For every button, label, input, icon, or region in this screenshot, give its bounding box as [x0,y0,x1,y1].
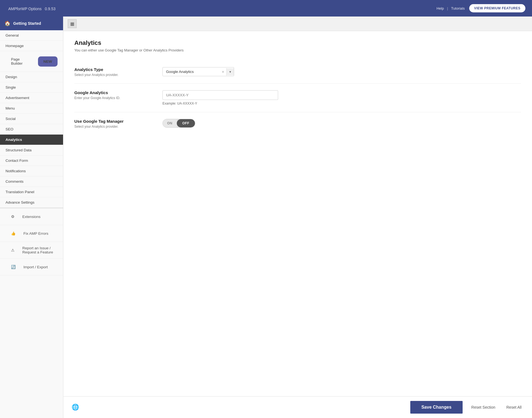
main-toolbar: ▦ [63,17,532,31]
sidebar-link-notifications[interactable]: Notifications [0,166,63,176]
sidebar-link-general[interactable]: General [0,30,63,40]
help-link[interactable]: Help [436,6,444,10]
sidebar-item-import-export[interactable]: 🔄 Import / Export [0,259,63,275]
gtm-label: Use Google Tag Manager [74,119,151,124]
footer-left: 🌐 [72,404,79,411]
sidebar-item-homepage[interactable]: Homepage [0,41,63,51]
sidebar-item-fix-amp-errors[interactable]: 👍 Fix AMP Errors [0,225,63,242]
toggle-on-label[interactable]: ON [163,119,177,127]
sidebar-link-menu[interactable]: Menu [0,103,63,113]
sidebar-link-design[interactable]: Design [0,72,63,82]
reset-all-button[interactable]: Reset All [504,404,524,411]
sidebar-getting-started[interactable]: 🏠 Getting Started [0,17,63,30]
tutorials-link[interactable]: Tutorials [451,6,465,10]
google-tag-manager-row: Use Google Tag Manager Select your Analy… [74,112,521,135]
sidebar-item-seo[interactable]: SEO [0,124,63,135]
sidebar-item-notifications[interactable]: Notifications [0,166,63,176]
header-right: Help | Tutorials VIEW PREMIUM FEATURES [436,4,525,12]
save-changes-button[interactable]: Save Changes [410,401,462,414]
select-value: Google Analytics [163,67,220,76]
reset-section-button[interactable]: Reset Section [469,404,498,411]
google-analytics-example: Example: UA-XXXXX-Y [162,102,521,105]
sidebar-item-contact-form[interactable]: Contact Form [0,155,63,166]
main-footer: 🌐 Save Changes Reset Section Reset All [63,396,532,418]
select-clear-icon[interactable]: × [220,68,227,76]
thumbs-up-icon: 👍 [6,228,21,239]
sidebar-link-advance-settings[interactable]: Advance Settings [0,197,63,207]
analytics-type-label-col: Analytics Type Select your Analytics pro… [74,67,151,77]
analytics-type-label: Analytics Type [74,67,151,72]
sidebar-item-comments[interactable]: Comments [0,176,63,187]
home-icon: 🏠 [4,20,10,26]
sidebar-link-seo[interactable]: SEO [0,124,63,134]
sidebar-item-advance-settings[interactable]: Advance Settings [0,197,63,208]
analytics-type-control: Google Analytics × ▾ [162,67,521,76]
gtm-control: ON OFF [162,119,521,128]
app-version: 0.9.53 [45,7,56,11]
google-analytics-input[interactable] [162,90,278,100]
sidebar-link-analytics[interactable]: Analytics [0,135,63,145]
toggle-off-label[interactable]: OFF [177,119,195,127]
globe-icon: 🌐 [72,404,79,411]
google-analytics-label-col: Google Analytics Enter your Google Analy… [74,90,151,100]
refresh-icon: 🔄 [6,262,21,272]
google-analytics-label: Google Analytics [74,90,151,95]
grid-icon: ▦ [70,21,74,26]
sidebar-link-structured-data[interactable]: Structured Data [0,145,63,155]
app-title: AMPforWP Options 0.9.53 [7,5,56,12]
main-area: ▦ Analytics You can either use Google Ta… [63,17,532,418]
getting-started-label: Getting Started [13,21,41,26]
app-title-text: AMPforWP Options [8,7,42,11]
new-badge: NEW [38,56,58,67]
sidebar-item-report-issue[interactable]: ⚠ Report an Issue / Request a Feature [0,242,63,259]
footer-actions: Save Changes Reset Section Reset All [410,401,524,414]
sidebar-link-comments[interactable]: Comments [0,176,63,187]
sidebar-item-social[interactable]: Social [0,114,63,124]
sidebar-item-advertisement[interactable]: Advertisement [0,93,63,103]
analytics-type-sublabel: Select your Analytics provider. [74,73,151,77]
section-desc: You can either use Google Tag Manager or… [74,48,521,52]
sidebar-menu: General Homepage Page Builder NEW Design… [0,30,63,275]
sidebar-link-contact-form[interactable]: Contact Form [0,155,63,166]
google-analytics-control: Example: UA-XXXXX-Y [162,90,521,105]
header-sep: | [447,6,448,10]
sidebar-item-design[interactable]: Design [0,72,63,82]
grid-view-button[interactable]: ▦ [68,19,77,28]
google-analytics-row: Google Analytics Enter your Google Analy… [74,84,521,112]
sidebar-item-page-builder[interactable]: Page Builder NEW [0,51,63,72]
main-content: Analytics You can either use Google Tag … [63,31,532,396]
sidebar-item-translation-panel[interactable]: Translation Panel [0,187,63,197]
layout: 🏠 Getting Started General Homepage Page … [0,17,532,418]
gtm-sublabel: Select your Analytics provider. [74,125,151,129]
gear-icon: ⚙ [6,211,20,222]
header: AMPforWP Options 0.9.53 Help | Tutorials… [0,0,532,17]
sidebar-item-menu[interactable]: Menu [0,103,63,114]
sidebar-link-single[interactable]: Single [0,82,63,92]
sidebar-item-extensions[interactable]: ⚙ Extensions [0,208,63,225]
sidebar-item-structured-data[interactable]: Structured Data [0,145,63,155]
premium-button[interactable]: VIEW PREMIUM FEATURES [469,4,525,12]
sidebar-link-advertisement[interactable]: Advertisement [0,93,63,103]
analytics-type-select[interactable]: Google Analytics × ▾ [162,67,234,76]
sidebar-link-extensions[interactable]: ⚙ Extensions [0,208,63,225]
sidebar-link-homepage[interactable]: Homepage [0,41,63,51]
warning-icon: ⚠ [6,245,20,255]
sidebar-item-analytics[interactable]: Analytics [0,135,63,145]
sidebar-link-report-issue[interactable]: ⚠ Report an Issue / Request a Feature [0,242,63,258]
google-analytics-sublabel: Enter your Google Analytics ID. [74,96,151,100]
header-links: Help | Tutorials [436,6,465,10]
sidebar-link-page-builder[interactable]: Page Builder NEW [0,51,63,72]
sidebar-link-import-export[interactable]: 🔄 Import / Export [0,259,63,275]
select-arrow-icon[interactable]: ▾ [227,68,234,75]
sidebar-item-general[interactable]: General [0,30,63,41]
sidebar-item-single[interactable]: Single [0,82,63,93]
analytics-type-row: Analytics Type Select your Analytics pro… [74,61,521,84]
sidebar-link-fix-amp-errors[interactable]: 👍 Fix AMP Errors [0,225,63,242]
sidebar-link-social[interactable]: Social [0,114,63,124]
sidebar: 🏠 Getting Started General Homepage Page … [0,17,63,418]
gtm-toggle[interactable]: ON OFF [162,119,195,128]
section-title: Analytics [74,39,521,47]
gtm-label-col: Use Google Tag Manager Select your Analy… [74,119,151,129]
sidebar-link-translation-panel[interactable]: Translation Panel [0,187,63,197]
